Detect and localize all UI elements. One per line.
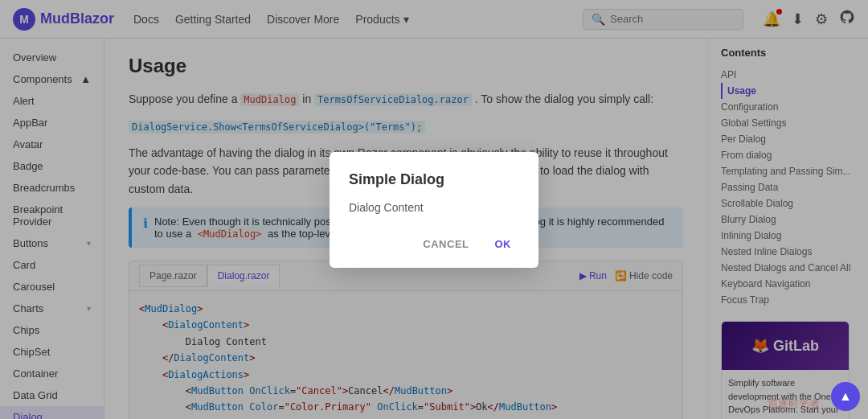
- dialog-ok-button[interactable]: OK: [487, 233, 520, 255]
- scroll-to-top-button[interactable]: ▲: [831, 382, 860, 411]
- dialog-content-text: Dialog Content: [349, 201, 519, 214]
- dialog-title: Simple Dialog: [349, 171, 519, 188]
- dialog-actions: CANCEL OK: [349, 233, 519, 255]
- dialog-cancel-button[interactable]: CANCEL: [415, 233, 477, 255]
- dialog-box: Simple Dialog Dialog Content CANCEL OK: [330, 152, 538, 268]
- watermark: 追逐时光者: [768, 396, 820, 411]
- dialog-overlay[interactable]: Simple Dialog Dialog Content CANCEL OK: [0, 0, 868, 419]
